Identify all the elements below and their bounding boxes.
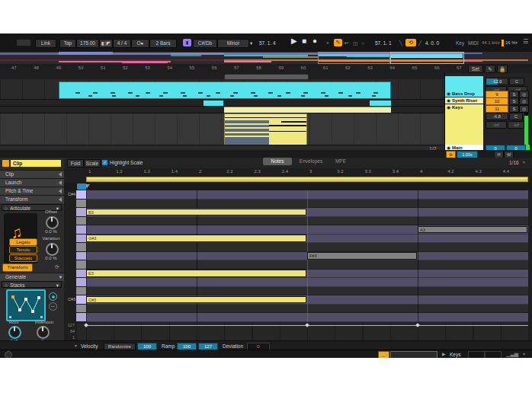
synth-riser-channel[interactable]: 10: [486, 97, 508, 105]
lock-button[interactable]: 🔒: [497, 65, 508, 73]
track-header-bass-drop[interactable]: ◉ Bass Drop: [445, 91, 483, 97]
back-to-arrangement-icon[interactable]: ↩: [345, 40, 348, 46]
keys-pan[interactable]: C: [509, 113, 523, 120]
midi-note-E3[interactable]: E3: [86, 270, 306, 277]
inversion-knob[interactable]: [37, 326, 50, 339]
midi-note-C#3[interactable]: C#3: [86, 296, 306, 304]
piano-keys[interactable]: [76, 190, 86, 322]
overview-viewport-left[interactable]: [318, 52, 390, 64]
automation-mode-icon[interactable]: ○: [361, 40, 364, 46]
selected-track-pan[interactable]: C: [509, 78, 524, 85]
piano-key[interactable]: [76, 208, 86, 217]
midi-note-G#3[interactable]: G#3: [86, 235, 306, 242]
keys-send-b[interactable]: -inf: [508, 121, 524, 129]
unfold-icon[interactable]: ◉: [447, 98, 450, 103]
stacks-pad[interactable]: [6, 289, 46, 321]
tab-mpe[interactable]: MPE: [330, 158, 351, 165]
overdub-icon[interactable]: +: [326, 40, 329, 46]
piano-key[interactable]: [76, 295, 86, 305]
scale-caret-icon[interactable]: ▾: [250, 40, 252, 46]
piano-key[interactable]: [76, 190, 86, 200]
panel-section-launch[interactable]: Launch: [0, 178, 64, 187]
grid-top-strip[interactable]: [64, 183, 532, 190]
clip-bass-drop-main[interactable]: [59, 81, 391, 99]
cpu-caret-icon[interactable]: ▾: [515, 40, 518, 46]
preview-headphone-button[interactable]: [77, 184, 86, 190]
menu-icon[interactable]: ☰: [523, 38, 528, 45]
tempo-field[interactable]: 175.00: [76, 39, 99, 48]
clip-bass-drop-fill-2[interactable]: [370, 101, 391, 106]
velocity-marker[interactable]: [305, 323, 309, 327]
keys-arm-button[interactable]: ◎: [519, 105, 529, 113]
panel-section-transform[interactable]: Transform: [0, 195, 64, 203]
keys-volume[interactable]: -6.8: [486, 113, 508, 120]
tap-button[interactable]: Tap: [59, 39, 76, 48]
selected-track-color-chooser[interactable]: [445, 76, 483, 91]
quantize-menu[interactable]: 2 Bars: [149, 39, 177, 48]
tab-envelopes[interactable]: Envelopes: [294, 158, 328, 165]
offset-knob-value[interactable]: 0.0 %: [40, 229, 62, 234]
piano-key[interactable]: [76, 270, 86, 279]
offset-knob[interactable]: [46, 216, 59, 229]
metronome-button[interactable]: ◧◩: [99, 39, 113, 48]
help-circle-icon[interactable]: [5, 351, 12, 358]
piano-key[interactable]: [76, 313, 86, 322]
lane-selected-track[interactable]: [0, 79, 444, 99]
clip-tab[interactable]: Clip: [11, 160, 61, 167]
status-track-name[interactable]: Keys: [450, 351, 460, 358]
clip-loop-bar[interactable]: [86, 177, 528, 182]
velocity-marker[interactable]: [84, 323, 88, 327]
punch-in-icon[interactable]: ╲: [399, 40, 402, 46]
piano-key[interactable]: [76, 252, 86, 261]
piano-key[interactable]: [76, 287, 86, 296]
piano-key[interactable]: [76, 305, 86, 314]
midi-note-B3[interactable]: B3: [86, 209, 306, 216]
scale-icon[interactable]: ▮: [183, 39, 191, 46]
link-button[interactable]: Link: [35, 39, 56, 48]
piano-key[interactable]: [76, 200, 86, 209]
punch-out-icon[interactable]: ╱: [418, 40, 421, 46]
editor-ruler[interactable]: 11.21.31.422.22.32.433.23.33.444.24.34.4: [64, 168, 532, 176]
clip-keys[interactable]: [224, 113, 307, 145]
grid-setting[interactable]: 1/16: [509, 159, 519, 166]
stacks-mode-radio-1[interactable]: [49, 292, 57, 301]
synth-riser-solo-button[interactable]: S: [509, 97, 519, 105]
scale-mode-menu[interactable]: Minor: [217, 39, 249, 48]
midi-note-F#3[interactable]: F#3: [307, 252, 417, 260]
time-signature-field[interactable]: 4 / 4: [113, 39, 131, 48]
stacks-mode-radio-2[interactable]: [49, 302, 57, 311]
clip-lock-button[interactable]: 🔒: [378, 351, 389, 358]
loop-start-field[interactable]: 57. 1. 1: [375, 40, 392, 46]
pencil-button[interactable]: ✎: [485, 65, 495, 73]
play-button[interactable]: ▶: [291, 37, 297, 44]
session-grid-icon[interactable]: ◫: [353, 40, 357, 46]
editor-scrollbar[interactable]: [390, 351, 437, 358]
staccato-button[interactable]: Staccato: [9, 254, 37, 262]
track-header-synth-riser[interactable]: ◉ Synth Riser: [445, 97, 483, 104]
loop-length-field[interactable]: 4. 0. 0: [425, 40, 439, 46]
piano-key[interactable]: [76, 278, 86, 287]
piano-key[interactable]: [76, 235, 86, 244]
count-in-control[interactable]: O●: [131, 39, 149, 48]
stop-button[interactable]: ■: [302, 37, 306, 44]
position-display[interactable]: 57. 1. 4: [259, 40, 276, 46]
variation-knob-value[interactable]: 0.0 %: [40, 256, 62, 260]
keys-color-chooser[interactable]: [445, 111, 483, 145]
piano-key[interactable]: [76, 260, 86, 270]
transform-button[interactable]: Transform: [2, 263, 33, 272]
arrangement-lanes[interactable]: 1/2: [0, 79, 444, 158]
window-controls[interactable]: [17, 40, 30, 46]
arrangement-overview[interactable]: [0, 52, 532, 65]
record-button[interactable]: ●: [312, 37, 317, 44]
fold-button[interactable]: Fold: [67, 159, 84, 168]
piano-key[interactable]: [76, 225, 86, 235]
status-caret-icon[interactable]: ▾: [523, 351, 525, 358]
panel-section-clip[interactable]: Clip: [0, 170, 64, 178]
draw-mode-icon[interactable]: ✎: [334, 39, 342, 46]
grid-caret-icon[interactable]: ▾: [523, 159, 525, 166]
midi-note-A3[interactable]: A3: [418, 226, 527, 234]
variation-knob[interactable]: [46, 243, 59, 256]
track-select-caret-icon[interactable]: ▶: [442, 351, 446, 358]
root-knob[interactable]: [8, 326, 21, 339]
panel-section-pitch-time[interactable]: Pitch & Time: [0, 187, 64, 195]
